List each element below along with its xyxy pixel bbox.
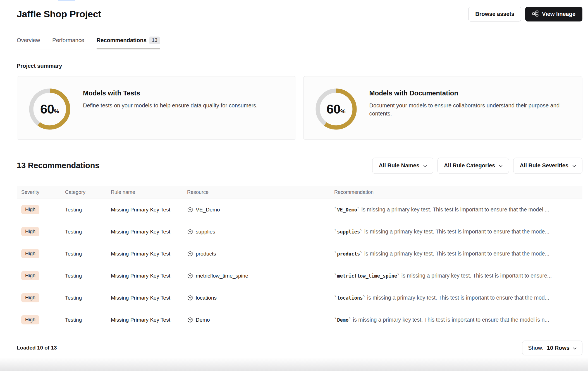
rule-names-filter-label: All Rule Names: [379, 162, 419, 169]
docs-card-title: Models with Documentation: [369, 89, 571, 97]
docs-percent-sign: %: [340, 108, 346, 115]
tab-bar: Overview Performance Recommendations 13: [17, 37, 160, 49]
recommendation-cell: `supplies` is missing a primary key test…: [334, 228, 582, 235]
model-cube-icon: [187, 229, 193, 235]
show-rows-value: 10 Rows: [547, 345, 570, 351]
severity-badge: High: [21, 271, 39, 280]
severity-badge: High: [21, 205, 39, 214]
tab-recommendations[interactable]: Recommendations 13: [97, 37, 160, 49]
recommendation-text: is missing a primary key test. This test…: [400, 273, 552, 279]
recommendations-count-badge: 13: [149, 37, 160, 44]
table-row: High Testing Missing Primary Key Test De…: [17, 309, 582, 331]
table-header-row: Severity Category Rule name Resource Rec…: [17, 186, 582, 199]
recommendation-cell: `locations` is missing a primary key tes…: [334, 295, 582, 301]
model-cube-icon: [187, 317, 193, 323]
tests-percent-value: 60: [40, 102, 54, 117]
severity-badge: High: [21, 293, 39, 302]
recommendation-text: is missing a primary key test. This test…: [363, 250, 549, 257]
show-rows-select[interactable]: Show: 10 Rows: [522, 341, 582, 355]
rule-name-link[interactable]: Missing Primary Key Test: [111, 229, 170, 235]
project-summary-label: Project summary: [17, 63, 582, 69]
table-row: High Testing Missing Primary Key Test pr…: [17, 243, 582, 265]
resource-link[interactable]: supplies: [196, 229, 215, 235]
column-header-category: Category: [65, 189, 111, 195]
category-cell: Testing: [65, 207, 111, 213]
view-lineage-button[interactable]: View lineage: [525, 7, 582, 21]
resource-link[interactable]: VE_Demo: [196, 207, 220, 213]
recommendation-cell: `Demo` is missing a primary key test. Th…: [334, 317, 582, 323]
recommendations-table: Severity Category Rule name Resource Rec…: [17, 186, 582, 331]
docs-donut-chart: 60 %: [315, 88, 357, 130]
show-label: Show:: [528, 345, 544, 351]
tab-performance[interactable]: Performance: [52, 37, 84, 49]
rule-name-link[interactable]: Missing Primary Key Test: [111, 207, 170, 213]
rule-name-link[interactable]: Missing Primary Key Test: [111, 273, 170, 279]
category-cell: Testing: [65, 229, 111, 235]
tab-overview[interactable]: Overview: [17, 37, 40, 49]
category-cell: Testing: [65, 273, 111, 279]
resource-link[interactable]: metricflow_time_spine: [196, 273, 248, 279]
severity-badge: High: [21, 249, 39, 258]
resource-code: `metricflow_time_spine`: [334, 273, 400, 279]
tests-card-title: Models with Tests: [83, 89, 258, 97]
chevron-down-icon: [572, 162, 576, 169]
lineage-icon: [532, 10, 539, 18]
models-with-docs-card: 60 % Models with Documentation Document …: [303, 76, 583, 140]
resource-code: `products`: [334, 251, 363, 257]
category-cell: Testing: [65, 251, 111, 257]
browse-assets-button[interactable]: Browse assets: [468, 7, 521, 21]
filter-bar: All Rule Names All Rule Categories All R…: [372, 158, 582, 174]
resource-link[interactable]: Demo: [196, 317, 210, 323]
recommendation-cell: `products` is missing a primary key test…: [334, 250, 582, 257]
page-header: Jaffle Shop Project Browse assets View l…: [17, 0, 582, 21]
resource-code: `VE_Demo`: [334, 207, 360, 213]
resource-code: `supplies`: [334, 229, 363, 235]
rule-categories-filter[interactable]: All Rule Categories: [438, 158, 509, 174]
top-cutoff-element: [58, 0, 75, 1]
category-cell: Testing: [65, 317, 111, 323]
rule-severities-filter-label: All Rule Severities: [520, 162, 568, 169]
resource-link[interactable]: locations: [196, 295, 217, 301]
page: Jaffle Shop Project Browse assets View l…: [0, 0, 588, 371]
chevron-down-icon: [573, 345, 577, 351]
page-title: Jaffle Shop Project: [17, 9, 101, 20]
chevron-down-icon: [499, 162, 503, 169]
view-lineage-label: View lineage: [542, 11, 575, 17]
tests-percent-sign: %: [54, 108, 59, 115]
table-row: High Testing Missing Primary Key Test su…: [17, 221, 582, 243]
recommendation-text: is missing a primary key test. This test…: [366, 295, 549, 301]
table-row: High Testing Missing Primary Key Test me…: [17, 265, 582, 287]
docs-card-description: Document your models to ensure collabora…: [369, 102, 571, 118]
chevron-down-icon: [423, 162, 427, 169]
loaded-status: Loaded 10 of 13: [17, 345, 57, 351]
column-header-recommendation: Recommendation: [334, 189, 582, 195]
table-row: High Testing Missing Primary Key Test VE…: [17, 199, 582, 221]
resource-link[interactable]: products: [196, 251, 216, 257]
tab-overview-label: Overview: [17, 37, 40, 44]
recommendation-text: is missing a primary key test. This test…: [351, 317, 549, 323]
rule-names-filter[interactable]: All Rule Names: [372, 158, 433, 174]
recommendation-text: is missing a primary key test. This test…: [360, 206, 549, 213]
models-with-tests-card: 60 % Models with Tests Define tests on y…: [17, 76, 296, 140]
rule-severities-filter[interactable]: All Rule Severities: [513, 158, 582, 174]
column-header-resource: Resource: [187, 189, 334, 195]
recommendation-text: is missing a primary key test. This test…: [363, 228, 549, 235]
model-cube-icon: [187, 295, 193, 301]
model-cube-icon: [187, 207, 193, 213]
column-header-severity: Severity: [21, 189, 65, 195]
tests-card-description: Define tests on your models to help ensu…: [83, 102, 258, 110]
rule-name-link[interactable]: Missing Primary Key Test: [111, 295, 170, 301]
tab-performance-label: Performance: [52, 37, 84, 44]
resource-code: `locations`: [334, 295, 366, 301]
rule-name-link[interactable]: Missing Primary Key Test: [111, 317, 170, 323]
tab-recommendations-label: Recommendations: [97, 37, 147, 44]
table-row: High Testing Missing Primary Key Test lo…: [17, 287, 582, 309]
column-header-rule-name: Rule name: [111, 189, 187, 195]
summary-cards: 60 % Models with Tests Define tests on y…: [17, 76, 582, 140]
recommendations-heading: 13 Recommendations: [17, 161, 99, 170]
docs-percent-value: 60: [327, 102, 340, 117]
model-cube-icon: [187, 251, 193, 257]
recommendation-cell: `metricflow_time_spine` is missing a pri…: [334, 273, 582, 279]
rule-name-link[interactable]: Missing Primary Key Test: [111, 251, 170, 257]
recommendation-cell: `VE_Demo` is missing a primary key test.…: [334, 206, 582, 213]
